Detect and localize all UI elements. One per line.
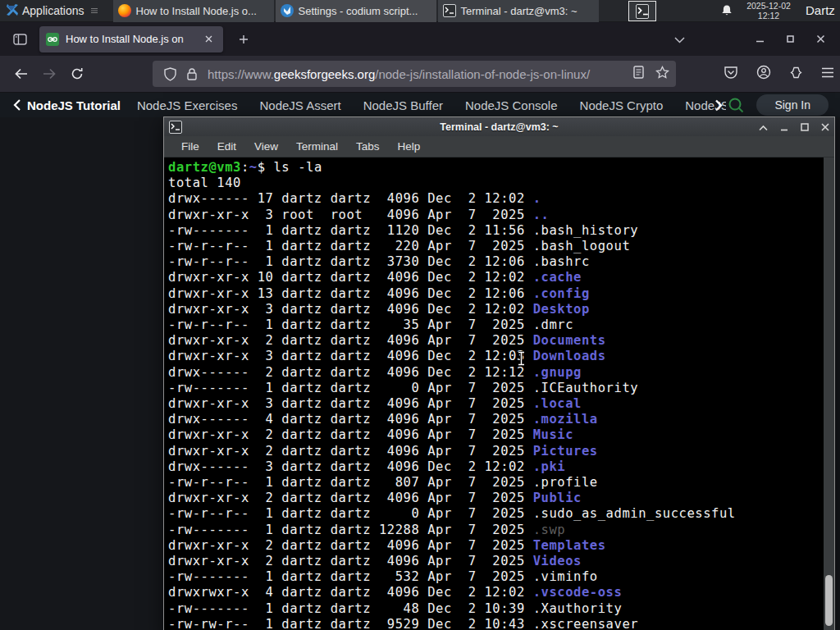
taskbar-item-label: How to Install Node.js o... <box>136 5 257 17</box>
extensions-icon[interactable] <box>789 66 803 83</box>
top-panel: Applications How to Install Node.js o...… <box>0 0 840 22</box>
menu-file[interactable]: File <box>174 139 207 154</box>
url-bar[interactable]: https://www.geeksforgeeks.org/node-js/in… <box>153 61 676 87</box>
list-all-tabs-icon[interactable] <box>674 32 685 47</box>
clock-date: 2025-12-02 <box>738 2 799 11</box>
minimize-icon[interactable] <box>756 32 765 47</box>
pocket-save-icon[interactable] <box>724 66 738 83</box>
clock-time: 12:12 <box>738 11 799 21</box>
chevron-left-icon <box>13 99 21 111</box>
maximize-icon[interactable] <box>786 32 795 47</box>
gfg-subnav: NodeJS Tutorial NodeJS Exercises NodeJS … <box>0 93 840 117</box>
distro-logo-icon <box>5 4 18 17</box>
terminal-window: Terminal - dartz@vm3: ~ File Edit View T… <box>163 116 835 630</box>
maximize-icon[interactable] <box>801 120 809 135</box>
taskbar-item-terminal[interactable]: Terminal - dartz@vm3: ~ <box>438 0 599 22</box>
subnav-link[interactable]: NodeJS Assert <box>259 98 340 112</box>
taskbar: How to Install Node.js o... Settings - c… <box>113 0 599 22</box>
subnav-link[interactable]: NodeJS Buffer <box>363 98 443 112</box>
terminal-body[interactable]: dartz@vm3:~$ ls -latotal 140drwx------ 1… <box>164 158 834 630</box>
browser-toolbar: https://www.geeksforgeeks.org/node-js/in… <box>0 56 840 93</box>
applications-label: Applications <box>22 4 84 17</box>
subnav-scroll-right-icon[interactable] <box>714 99 723 112</box>
back-icon[interactable] <box>11 64 31 84</box>
toolbar-right-icons <box>724 65 834 83</box>
taskbar-item-label: Terminal - dartz@vm3: ~ <box>461 5 578 17</box>
terminal-output: dartz@vm3:~$ ls -latotal 140drwx------ 1… <box>168 160 821 630</box>
scrollbar-thumb[interactable] <box>825 575 833 626</box>
forward-icon[interactable] <box>39 64 59 84</box>
applications-menu-button[interactable]: Applications <box>0 0 105 22</box>
hamburger-menu-icon[interactable] <box>821 66 834 81</box>
notification-bell-icon[interactable] <box>720 4 733 21</box>
geeksforgeeks-favicon <box>46 33 59 46</box>
menu-view[interactable]: View <box>247 139 285 154</box>
user-menu[interactable]: Dartz <box>806 3 835 17</box>
terminal-icon <box>443 4 456 17</box>
menu-tabs[interactable]: Tabs <box>349 139 387 154</box>
window-controls <box>756 32 825 47</box>
bookmark-star-icon[interactable] <box>655 66 669 82</box>
codium-icon <box>281 4 294 17</box>
tab-title: How to Install Node.js on <box>66 33 189 45</box>
reader-view-icon[interactable] <box>633 66 644 82</box>
sign-in-button[interactable]: Sign In <box>756 94 829 116</box>
menu-help[interactable]: Help <box>390 139 428 154</box>
tracking-shield-icon[interactable] <box>164 67 176 81</box>
terminal-titlebar[interactable]: Terminal - dartz@vm3: ~ <box>164 117 834 136</box>
terminal-menubar: File Edit View Terminal Tabs Help <box>164 136 834 158</box>
menu-lines-icon <box>90 4 98 17</box>
account-icon[interactable] <box>756 65 771 83</box>
terminal-window-controls <box>759 120 829 135</box>
url-text[interactable]: https://www.geeksforgeeks.org/node-js/in… <box>208 67 627 81</box>
tray-terminal-indicator[interactable] <box>628 1 656 21</box>
tab-active[interactable]: How to Install Node.js on <box>39 26 223 52</box>
url-path: /node-js/installation-of-node-js-on-linu… <box>375 67 590 81</box>
close-icon[interactable] <box>821 120 829 135</box>
panel-clock[interactable]: 2025-12-02 12:12 <box>738 2 799 21</box>
tab-bar: How to Install Node.js on <box>0 22 840 56</box>
close-icon[interactable] <box>816 32 825 47</box>
terminal-window-title: Terminal - dartz@vm3: ~ <box>164 121 834 133</box>
subnav-link[interactable]: NodeJS Exercises <box>137 98 238 112</box>
desktop: Applications How to Install Node.js o...… <box>0 0 840 630</box>
reload-icon[interactable] <box>67 64 87 84</box>
subnav-back-link[interactable]: NodeJS Tutorial <box>13 98 121 112</box>
new-tab-button[interactable] <box>233 29 254 50</box>
search-icon[interactable] <box>728 97 745 114</box>
terminal-icon <box>636 4 649 19</box>
url-domain: geeksforgeeks.org <box>274 67 375 81</box>
taskbar-item-firefox[interactable]: How to Install Node.js o... <box>113 0 274 22</box>
subnav-links: NodeJS Exercises NodeJS Assert NodeJS Bu… <box>137 98 727 112</box>
subnav-link[interactable]: NodeJS Crypto <box>580 98 664 112</box>
subnav-link[interactable]: NodeJS Console <box>465 98 558 112</box>
terminal-icon <box>169 121 182 134</box>
taskbar-item-label: Settings - codium script... <box>299 5 418 17</box>
tab-title-fade <box>180 30 202 49</box>
url-scheme: https://www. <box>208 67 274 81</box>
subnav-back-label: NodeJS Tutorial <box>27 98 121 112</box>
firefox-icon <box>118 4 131 17</box>
lock-icon[interactable] <box>186 67 198 80</box>
minimize-icon[interactable] <box>780 120 788 135</box>
terminal-scrollbar[interactable] <box>824 158 834 630</box>
menu-terminal[interactable]: Terminal <box>289 139 345 154</box>
menu-edit[interactable]: Edit <box>210 139 244 154</box>
tab-close-icon[interactable] <box>200 31 217 48</box>
firefox-view-button[interactable] <box>8 28 33 51</box>
taskbar-item-codium[interactable]: Settings - codium script... <box>276 0 436 22</box>
ibeam-cursor <box>517 351 526 369</box>
shade-icon[interactable] <box>759 120 768 135</box>
